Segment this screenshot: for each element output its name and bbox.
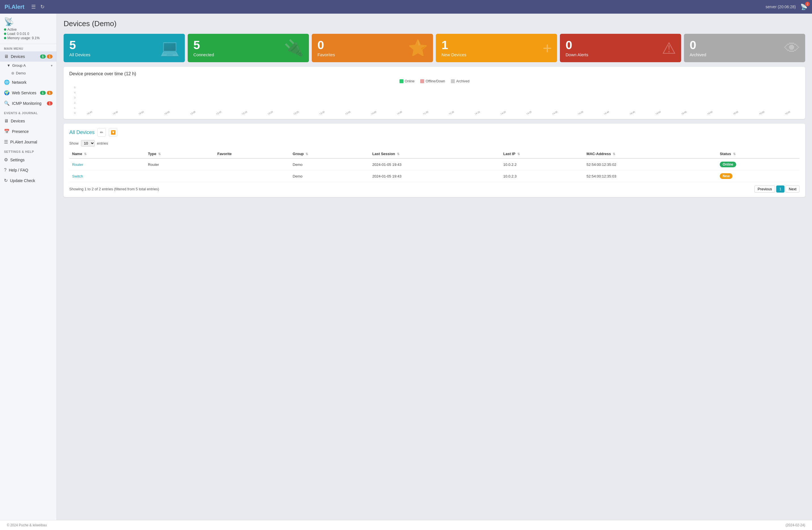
cell-type-0: Router: [145, 158, 214, 170]
show-label: Show: [69, 141, 79, 145]
stat-icon-4: ⚠: [662, 39, 676, 57]
y-axis-label: 4: [69, 91, 75, 94]
wifi-icon[interactable]: 📡 2: [800, 3, 808, 10]
y-axis-label: 1: [69, 106, 75, 109]
table-head: Name ⇅Type ⇅FavoriteGroup ⇅Last Session …: [69, 149, 799, 158]
col-header-type[interactable]: Type ⇅: [145, 149, 214, 158]
brand-suffix: .Alert: [10, 4, 25, 10]
chart-y-axis: 543210: [69, 86, 75, 114]
bar-group-10: 13:55: [335, 111, 360, 114]
stat-card-1[interactable]: 🔌 5 Connected: [188, 34, 309, 62]
bar-label-0: 19:43: [86, 111, 92, 114]
stat-card-4[interactable]: ⚠ 0 Down Alerts: [560, 34, 681, 62]
filter-icon: ▼: [7, 63, 11, 68]
navbar-icons: ☰ ↻: [31, 4, 45, 10]
sidebar-group-a[interactable]: ▼ Group A ▾: [0, 62, 57, 69]
stat-card-5[interactable]: 👁 0 Archived: [684, 34, 805, 62]
stat-card-3[interactable]: + 1 New Devices: [436, 34, 557, 62]
bar-group-2: 19:50: [128, 111, 153, 114]
group-a-label: Group A: [12, 63, 26, 68]
bar-group-22: 19:50: [645, 111, 670, 114]
filter-button[interactable]: 🔽: [109, 128, 117, 137]
navbar: Pi.Alert ☰ ↻ server (20:06:28) 📡 2: [0, 0, 812, 14]
chart-container: 543210 19:43 19:45 19:50 19:55 13:08 13:…: [69, 86, 799, 114]
menu-icon[interactable]: ☰: [31, 4, 36, 10]
cell-ip-1: 10.0.2.3: [501, 170, 584, 182]
devices-label: Devices: [11, 54, 25, 59]
next-button[interactable]: Next: [786, 185, 799, 192]
table-header-row: All Devices ✏ 🔽: [69, 128, 799, 137]
table-header-row-el: Name ⇅Type ⇅FavoriteGroup ⇅Last Session …: [69, 149, 799, 158]
main-layout: 📡 Active Load: 0 0.01 0 Memory usage: 9.…: [0, 14, 812, 520]
journal-label: Pi.Alert Journal: [10, 140, 37, 144]
sidebar-item-journal[interactable]: ☰ Pi.Alert Journal: [0, 137, 57, 147]
load-label: Load: 0 0.01 0: [8, 32, 29, 36]
y-axis-label: 0: [69, 112, 75, 114]
sidebar-item-devices[interactable]: 🖥 Devices 5 1: [0, 52, 57, 62]
device-link-1[interactable]: Switch: [72, 174, 83, 178]
stat-icon-0: 💻: [160, 39, 180, 57]
stat-card-0[interactable]: 💻 5 All Devices: [63, 34, 185, 62]
col-header-last-ip[interactable]: Last IP ⇅: [501, 149, 584, 158]
bar-group-11: 14:00: [361, 111, 386, 114]
brand-prefix: Pi: [4, 4, 10, 10]
col-header-group[interactable]: Group ⇅: [290, 149, 369, 158]
col-header-favorite[interactable]: Favorite: [214, 149, 290, 158]
stat-label-4: Down Alerts: [566, 52, 676, 57]
col-header-last-session[interactable]: Last Session ⇅: [369, 149, 500, 158]
brand-logo[interactable]: Pi.Alert: [4, 4, 25, 10]
bar-group-3: 19:55: [154, 111, 179, 114]
pagination-buttons: Previous 1 Next: [754, 185, 799, 192]
edit-button[interactable]: ✏: [97, 128, 106, 137]
icmp-icon: 🔍: [4, 101, 10, 106]
bar-label-13: 21:30: [422, 111, 429, 114]
page-1-button[interactable]: 1: [776, 185, 784, 192]
legend-archived: Archived: [451, 79, 469, 83]
bar-group-25: 19:55: [723, 111, 748, 114]
refresh-icon[interactable]: ↻: [40, 4, 45, 10]
device-link-0[interactable]: Router: [72, 162, 83, 167]
prev-button[interactable]: Previous: [754, 185, 775, 192]
sort-icon: ⇅: [733, 152, 736, 156]
settings-icon: ⚙: [4, 157, 8, 162]
stat-card-2[interactable]: ⭐ 0 Favorites: [312, 34, 433, 62]
devices-badge-orange: 1: [47, 55, 53, 58]
bar-label-22: 19:50: [655, 111, 662, 114]
cell-name-1: Switch: [69, 170, 145, 182]
main-content: Devices (Demo) 💻 5 All Devices 🔌 5 Conne…: [57, 14, 812, 520]
entries-select[interactable]: 10 25 50: [81, 140, 95, 146]
bar-label-8: 13:25: [293, 111, 299, 114]
bar-label-17: 14:25: [526, 111, 532, 114]
bar-group-16: 14:20: [490, 111, 515, 114]
server-label: server (20:06:28): [766, 4, 796, 9]
sidebar-subitem-demo[interactable]: Demo: [0, 69, 57, 77]
web-badges: 1 1: [40, 91, 53, 95]
sidebar-item-presence[interactable]: 📅 Presence: [0, 126, 57, 137]
cell-group-0: Demo: [290, 158, 369, 170]
col-header-status[interactable]: Status ⇅: [717, 149, 799, 158]
active-label: Active: [8, 28, 17, 31]
sort-icon: ⇅: [84, 152, 87, 156]
cell-type-1: [145, 170, 214, 182]
update-label: Update Check: [10, 178, 35, 183]
col-header-name[interactable]: Name ⇅: [69, 149, 145, 158]
bar-label-10: 13:55: [345, 111, 351, 114]
sidebar-item-web-services[interactable]: 🌍 Web Services 1 1: [0, 87, 57, 98]
cell-mac-1: 52:54:00:12:35:03: [584, 170, 717, 182]
chart-legend: Online Offline/Down Archived: [69, 79, 799, 83]
sort-icon: ⇅: [517, 152, 520, 156]
sidebar-item-events-devices[interactable]: 🖥 Devices: [0, 116, 57, 126]
sidebar-item-update[interactable]: ↻ Update Check: [0, 175, 57, 186]
sidebar-item-icmp[interactable]: 🔍 ICMP Monitoring 1: [0, 98, 57, 109]
cell-favorite-0: [214, 158, 290, 170]
col-header-mac-address[interactable]: MAC-Address ⇅: [584, 149, 717, 158]
sidebar-item-help[interactable]: ? Help / FAQ: [0, 165, 57, 175]
sidebar-item-network[interactable]: 🌐 Network: [0, 77, 57, 87]
bar-group-1: 19:45: [102, 111, 127, 114]
stat-number-5: 0: [690, 39, 799, 51]
icmp-badge-red: 1: [47, 101, 53, 105]
chart-title: Device presence over time (12 h): [69, 71, 799, 76]
stat-icon-2: ⭐: [408, 39, 428, 57]
presence-icon: 📅: [4, 129, 10, 134]
sidebar-item-settings[interactable]: ⚙ Settings: [0, 155, 57, 165]
